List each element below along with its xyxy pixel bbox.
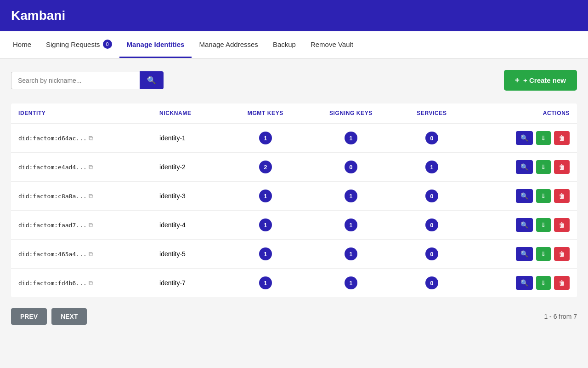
nickname-cell: identity-7 [152, 269, 226, 298]
identity-cell: did:factom:c8a8a... ⧉ [11, 182, 152, 211]
table-row: did:factom:e4ad4... ⧉ identity-2 2 0 1 🔍… [11, 153, 577, 182]
nav-backup[interactable]: Backup [266, 32, 303, 58]
signing-keys-cell: 1 [305, 240, 397, 269]
identity-value: did:factom:c8a8a... [18, 193, 87, 200]
mgmt-keys-cell: 2 [226, 153, 305, 182]
actions-cell: 🔍 ⇓ 🗑 [467, 211, 577, 240]
services-badge: 0 [425, 132, 438, 144]
mgmt-keys-badge: 1 [259, 247, 272, 260]
view-icon: 🔍 [520, 279, 528, 287]
actions-cell: 🔍 ⇓ 🗑 [467, 153, 577, 182]
search-button[interactable]: 🔍 [140, 71, 164, 89]
identity-cell: did:factom:e4ad4... ⧉ [11, 153, 152, 182]
delete-icon: 🗑 [559, 134, 565, 142]
nav-manage-addresses[interactable]: Manage Addresses [192, 32, 265, 58]
mgmt-keys-badge: 1 [259, 132, 272, 144]
view-button[interactable]: 🔍 [516, 218, 533, 232]
identity-cell: did:factom:465a4... ⧉ [11, 240, 152, 269]
download-icon: ⇓ [541, 134, 546, 142]
pagination-buttons: PREV NEXT [11, 308, 87, 325]
next-button[interactable]: NEXT [51, 308, 87, 325]
actions-cell: 🔍 ⇓ 🗑 [467, 240, 577, 269]
download-button[interactable]: ⇓ [536, 276, 551, 290]
delete-icon: 🗑 [559, 192, 565, 200]
view-button[interactable]: 🔍 [516, 276, 533, 290]
download-icon: ⇓ [541, 250, 546, 258]
download-button[interactable]: ⇓ [536, 131, 551, 145]
delete-icon: 🗑 [559, 163, 565, 171]
nickname-cell: identity-1 [152, 123, 226, 153]
col-mgmt-keys: MGMT KEYS [226, 104, 305, 123]
identity-value: did:factom:d64ac... [18, 135, 87, 142]
table-row: did:factom:c8a8a... ⧉ identity-3 1 1 0 🔍… [11, 182, 577, 211]
view-button[interactable]: 🔍 [516, 189, 533, 203]
services-cell: 0 [396, 269, 467, 298]
services-cell: 1 [396, 153, 467, 182]
signing-keys-cell: 1 [305, 123, 397, 153]
services-badge: 0 [425, 247, 438, 260]
download-icon: ⇓ [541, 192, 546, 200]
copy-icon[interactable]: ⧉ [89, 221, 93, 229]
delete-button[interactable]: 🗑 [554, 131, 570, 145]
delete-button[interactable]: 🗑 [554, 189, 570, 203]
table-row: did:factom:faad7... ⧉ identity-4 1 1 0 🔍… [11, 211, 577, 240]
view-icon: 🔍 [520, 134, 528, 142]
plus-icon: + [515, 75, 520, 85]
copy-icon[interactable]: ⧉ [89, 250, 93, 258]
main-nav: Home Signing Requests 0 Manage Identitie… [0, 31, 588, 59]
actions-cell: 🔍 ⇓ 🗑 [467, 123, 577, 153]
delete-button[interactable]: 🗑 [554, 218, 570, 232]
main-content: 🔍 + + Create new IDENTITY NICKNAME MGMT … [0, 59, 588, 339]
signing-keys-cell: 1 [305, 211, 397, 240]
nav-manage-identities[interactable]: Manage Identities [119, 32, 192, 58]
pagination-info: 1 - 6 from 7 [544, 313, 577, 320]
services-cell: 0 [396, 240, 467, 269]
nav-home[interactable]: Home [6, 32, 39, 58]
nav-remove-vault[interactable]: Remove Vault [303, 32, 361, 58]
nickname-cell: identity-4 [152, 211, 226, 240]
identities-table-container: IDENTITY NICKNAME MGMT KEYS SIGNING KEYS… [11, 104, 577, 297]
copy-icon[interactable]: ⧉ [89, 192, 93, 200]
services-badge: 0 [425, 276, 438, 289]
download-button[interactable]: ⇓ [536, 247, 551, 261]
services-cell: 0 [396, 211, 467, 240]
mgmt-keys-cell: 1 [226, 211, 305, 240]
signing-keys-badge: 1 [345, 276, 357, 289]
signing-keys-badge: 0 [345, 161, 357, 173]
nickname-cell: identity-2 [152, 153, 226, 182]
identity-value: did:factom:e4ad4... [18, 164, 87, 171]
identity-cell: did:factom:fd4b6... ⧉ [11, 269, 152, 298]
search-wrapper: 🔍 [11, 71, 164, 89]
nav-signing-requests[interactable]: Signing Requests 0 [39, 31, 119, 58]
prev-button[interactable]: PREV [11, 308, 47, 325]
identities-table: IDENTITY NICKNAME MGMT KEYS SIGNING KEYS… [11, 104, 577, 297]
search-input[interactable] [11, 72, 140, 89]
delete-button[interactable]: 🗑 [554, 247, 570, 261]
copy-icon[interactable]: ⧉ [89, 163, 93, 171]
mgmt-keys-badge: 2 [259, 161, 272, 173]
services-cell: 0 [396, 182, 467, 211]
identity-cell: did:factom:faad7... ⧉ [11, 211, 152, 240]
copy-icon[interactable]: ⧉ [89, 279, 93, 287]
delete-icon: 🗑 [559, 279, 565, 287]
services-badge: 0 [425, 190, 438, 202]
download-button[interactable]: ⇓ [536, 189, 551, 203]
copy-icon[interactable]: ⧉ [89, 134, 93, 142]
col-identity: IDENTITY [11, 104, 152, 123]
table-body: did:factom:d64ac... ⧉ identity-1 1 1 0 🔍… [11, 123, 577, 297]
view-icon: 🔍 [520, 250, 528, 258]
view-button[interactable]: 🔍 [516, 160, 533, 174]
delete-button[interactable]: 🗑 [554, 160, 570, 174]
nickname-cell: identity-5 [152, 240, 226, 269]
pagination: PREV NEXT 1 - 6 from 7 [11, 297, 577, 328]
view-button[interactable]: 🔍 [516, 131, 533, 145]
download-button[interactable]: ⇓ [536, 160, 551, 174]
download-button[interactable]: ⇓ [536, 218, 551, 232]
col-services: SERVICES [396, 104, 467, 123]
view-button[interactable]: 🔍 [516, 247, 533, 261]
download-icon: ⇓ [541, 279, 546, 287]
table-row: did:factom:465a4... ⧉ identity-5 1 1 0 🔍… [11, 240, 577, 269]
create-new-button[interactable]: + + Create new [504, 70, 577, 91]
delete-button[interactable]: 🗑 [554, 276, 570, 290]
delete-icon: 🗑 [559, 221, 565, 229]
